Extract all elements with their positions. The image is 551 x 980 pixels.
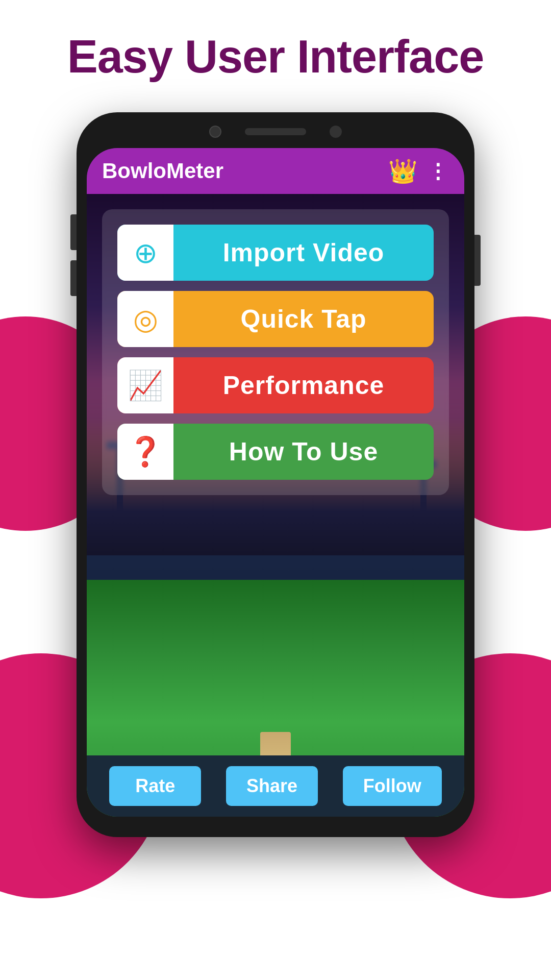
- how-to-use-button[interactable]: ❓ How To Use: [117, 424, 434, 480]
- quick-tap-icon-area: ◎: [117, 291, 173, 347]
- front-camera: [209, 126, 221, 138]
- power-button: [474, 235, 481, 286]
- app-title: BowloMeter: [102, 159, 388, 183]
- phone-screen: BowloMeter 👑 ⋮ ⊕ Import Video: [87, 148, 464, 817]
- menu-container: ⊕ Import Video ◎ Quick Tap 📈 Performance: [102, 209, 449, 495]
- volume-down-button: [70, 260, 77, 296]
- import-video-label: Import Video: [173, 238, 434, 267]
- app-bar: BowloMeter 👑 ⋮: [87, 148, 464, 194]
- import-video-icon-area: ⊕: [117, 225, 173, 281]
- sensor: [330, 126, 342, 138]
- volume-up-button: [70, 214, 77, 250]
- follow-button[interactable]: Follow: [343, 766, 442, 806]
- quick-tap-icon: ◎: [133, 303, 158, 336]
- bottom-action-bar: Rate Share Follow: [87, 755, 464, 817]
- rate-button[interactable]: Rate: [109, 766, 201, 806]
- performance-icon: 📈: [128, 369, 163, 402]
- import-video-icon: ⊕: [134, 236, 158, 270]
- speaker: [245, 128, 306, 135]
- how-to-use-icon: ❓: [128, 435, 163, 469]
- how-to-use-icon-area: ❓: [117, 424, 173, 480]
- how-to-use-label: How To Use: [173, 437, 434, 467]
- quick-tap-button[interactable]: ◎ Quick Tap: [117, 291, 434, 347]
- performance-icon-area: 📈: [117, 357, 173, 413]
- crown-icon: 👑: [388, 157, 417, 185]
- menu-icon[interactable]: ⋮: [428, 159, 449, 183]
- performance-button[interactable]: 📈 Performance: [117, 357, 434, 413]
- phone-frame: BowloMeter 👑 ⋮ ⊕ Import Video: [77, 112, 474, 837]
- import-video-button[interactable]: ⊕ Import Video: [117, 225, 434, 281]
- quick-tap-label: Quick Tap: [173, 304, 434, 334]
- performance-label: Performance: [173, 371, 434, 400]
- page-title: Easy User Interface: [0, 31, 551, 83]
- share-button[interactable]: Share: [226, 766, 318, 806]
- phone-notch: [199, 121, 352, 142]
